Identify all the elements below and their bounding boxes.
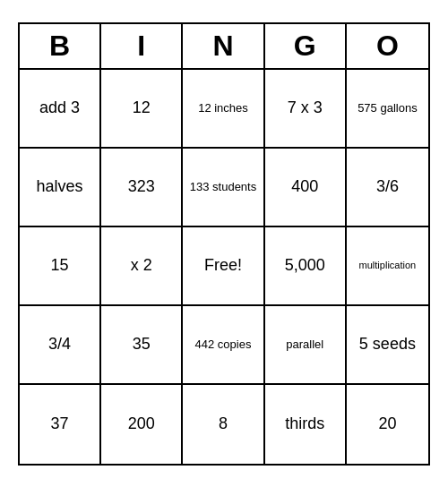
bingo-cell: 7 x 3 — [265, 70, 347, 149]
bingo-cell: 575 gallons — [347, 70, 428, 149]
bingo-cell: 8 — [183, 385, 264, 464]
bingo-cell: 400 — [265, 149, 347, 227]
bingo-cell: 12 — [101, 70, 183, 149]
bingo-cell: 20 — [347, 385, 428, 464]
bingo-cell: 15 — [20, 227, 101, 306]
header-letter: O — [347, 24, 428, 68]
bingo-cell: 442 copies — [183, 306, 264, 385]
header-letter: B — [20, 24, 101, 68]
bingo-grid: add 31212 inches7 x 3575 gallonshalves32… — [20, 70, 428, 464]
bingo-cell: x 2 — [101, 227, 183, 306]
bingo-cell: 5,000 — [265, 227, 347, 306]
bingo-cell: 200 — [101, 385, 183, 464]
bingo-cell: Free! — [183, 227, 264, 306]
bingo-cell: 323 — [101, 149, 183, 227]
bingo-cell: 3/4 — [20, 306, 101, 385]
bingo-cell: 5 seeds — [347, 306, 428, 385]
bingo-cell: 133 students — [183, 149, 264, 227]
bingo-cell: 35 — [101, 306, 183, 385]
bingo-cell: 3/6 — [347, 149, 428, 227]
bingo-header: BINGO — [20, 24, 428, 70]
bingo-cell: multiplication — [347, 227, 428, 306]
bingo-cell: 37 — [20, 385, 101, 464]
bingo-cell: halves — [20, 149, 101, 227]
header-letter: G — [265, 24, 347, 68]
bingo-cell: thirds — [265, 385, 347, 464]
bingo-cell: add 3 — [20, 70, 101, 149]
bingo-cell: 12 inches — [183, 70, 264, 149]
bingo-card: BINGO add 31212 inches7 x 3575 gallonsha… — [18, 22, 430, 466]
header-letter: I — [101, 24, 183, 68]
bingo-cell: parallel — [265, 306, 347, 385]
header-letter: N — [183, 24, 264, 68]
